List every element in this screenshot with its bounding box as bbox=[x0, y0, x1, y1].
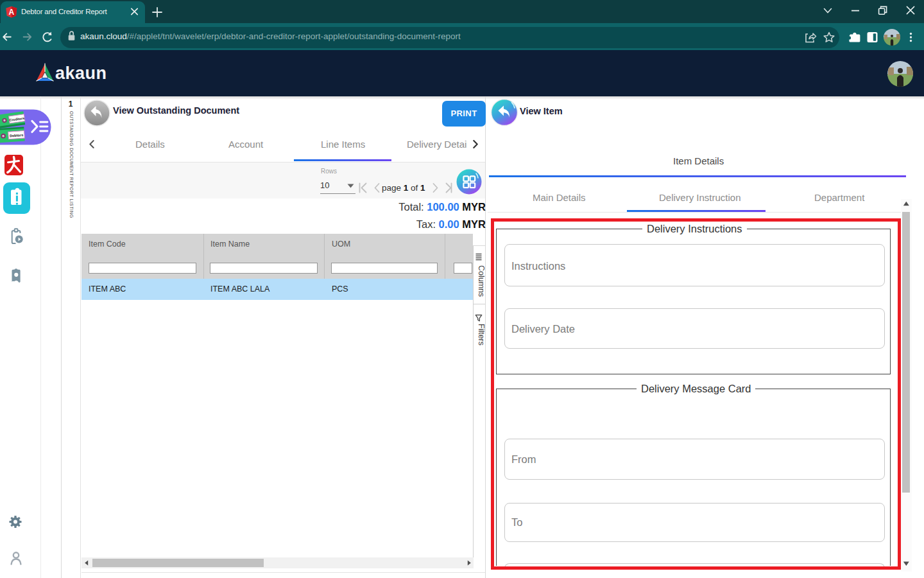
svg-text:A: A bbox=[9, 8, 15, 17]
